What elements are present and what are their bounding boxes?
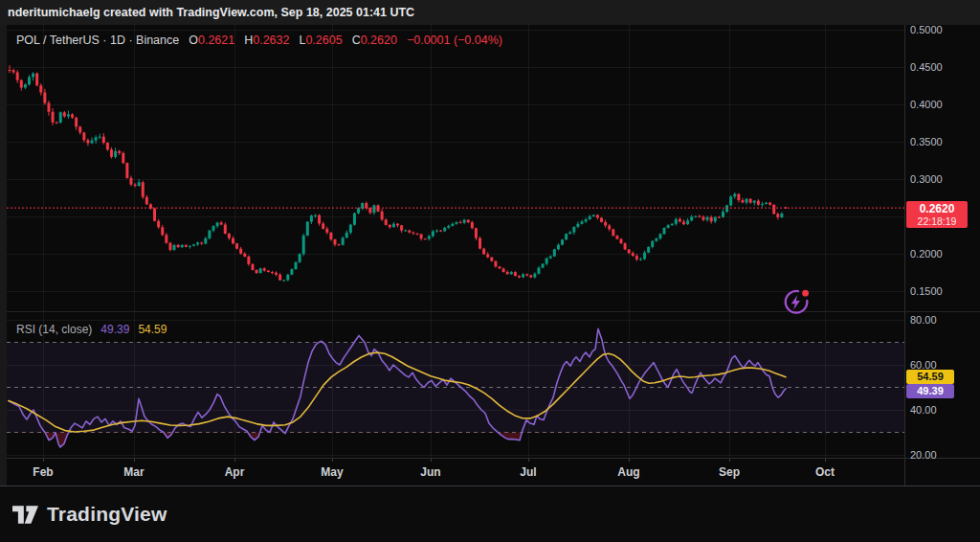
rsi-legend: RSI (14, close) 49.39 54.59	[16, 323, 167, 336]
rsi-axis-label: 80.00	[910, 314, 937, 326]
rsi-ma-value: 54.59	[138, 323, 167, 336]
last-price: 0.2620	[906, 201, 968, 215]
rsi-axis-label: 20.00	[910, 449, 937, 461]
price-chart-plot[interactable]	[0, 0, 980, 542]
price-axis-label: 0.1500	[910, 285, 943, 297]
rsi-axis-label: 40.00	[910, 404, 937, 416]
price-change: −0.0001 (−0.04%)	[407, 34, 502, 47]
rsi-pane	[7, 328, 904, 447]
left-gutter	[0, 25, 7, 486]
logo-glyph-one	[12, 506, 24, 524]
ohlc-high: H0.2632	[244, 34, 289, 47]
month-label-may[interactable]: May	[321, 465, 343, 479]
lightning-boost-icon	[791, 295, 800, 310]
rsi-indicator-title[interactable]: RSI (14, close)	[16, 323, 92, 336]
tradingview-logo-mark	[12, 506, 38, 524]
month-label-mar[interactable]: Mar	[123, 465, 144, 479]
rsi-value: 49.39	[100, 323, 129, 336]
notification-dot-icon	[802, 290, 809, 297]
rsi-ma-badge: 54.59	[906, 370, 954, 384]
symbol-legend: POL / TetherUS · 1D · Binance O0.2621 H0…	[16, 34, 502, 47]
logo-glyph-seven	[25, 506, 38, 524]
price-axis-label: 0.5000	[910, 24, 943, 35]
last-price-badge: 0.2620 22:18:19	[906, 201, 968, 228]
month-label-jul[interactable]: Jul	[520, 465, 536, 479]
month-label-sep[interactable]: Sep	[719, 465, 740, 479]
tradingview-wordmark[interactable]: TradingView	[47, 503, 167, 526]
chart-area: nderitumichaelg created with TradingView…	[0, 0, 980, 542]
attribution-text: nderitumichaelg created with TradingView…	[8, 6, 414, 19]
ohlc-low: L0.2605	[299, 34, 342, 47]
boost-button[interactable]	[781, 286, 812, 317]
attribution-bar: nderitumichaelg created with TradingView…	[0, 0, 980, 25]
month-label-oct[interactable]: Oct	[815, 465, 835, 479]
footer: TradingView	[0, 486, 980, 542]
bar-countdown: 22:18:19	[906, 215, 968, 227]
month-label-aug[interactable]: Aug	[617, 465, 639, 479]
price-axis-label: 0.4000	[910, 99, 943, 110]
month-label-apr[interactable]: Apr	[225, 465, 245, 479]
tradingview-chart-screenshot: nderitumichaelg created with TradingView…	[0, 0, 980, 542]
price-axis-label: 0.3000	[910, 173, 943, 185]
ohlc-close: C0.2620	[352, 34, 397, 47]
month-label-jun[interactable]: Jun	[420, 465, 440, 479]
price-axis-label: 0.3500	[910, 136, 943, 147]
price-axis-label: 0.2000	[910, 248, 943, 260]
symbol-title[interactable]: POL / TetherUS · 1D · Binance	[16, 34, 179, 47]
month-label-feb[interactable]: Feb	[33, 465, 53, 479]
price-axis-label: 0.4500	[910, 61, 943, 73]
rsi-value-badge: 49.39	[906, 384, 954, 398]
ohlc-open: O0.2621	[189, 34, 234, 47]
